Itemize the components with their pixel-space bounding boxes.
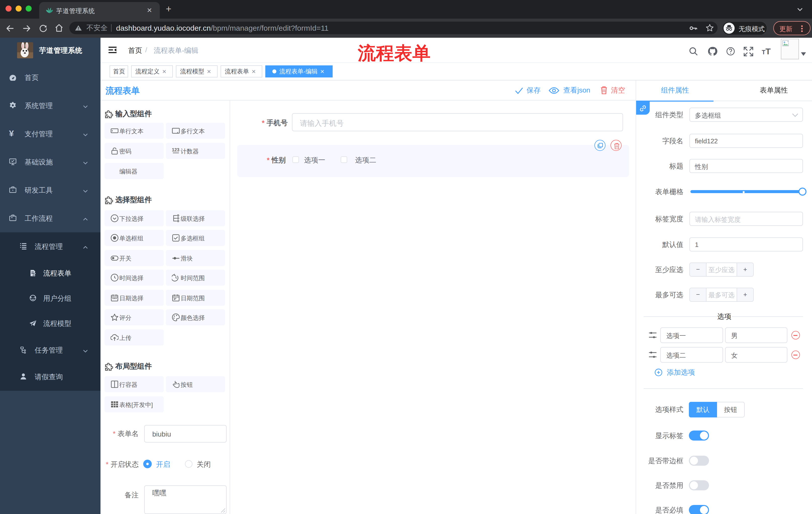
svg-text:123: 123 bbox=[172, 147, 179, 153]
